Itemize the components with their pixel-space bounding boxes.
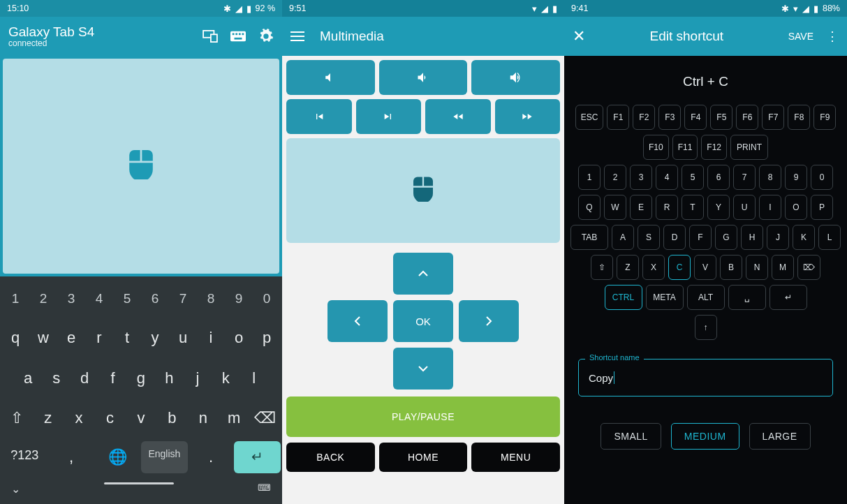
kb-o[interactable]: O (785, 195, 807, 220)
osk-key-y[interactable]: y (141, 320, 169, 355)
osk-key-f[interactable]: f (98, 361, 126, 396)
kb-⌦[interactable]: ⌦ (797, 255, 820, 280)
osk-key-a[interactable]: a (14, 361, 42, 396)
dpad-ok-button[interactable]: OK (393, 300, 453, 342)
kb-print[interactable]: PRINT (730, 135, 768, 160)
osk-symbols-key[interactable]: ?123 (1, 441, 48, 473)
touchpad[interactable] (3, 59, 279, 274)
osk-key-k[interactable]: k (212, 361, 240, 396)
osk-key-0[interactable]: 0 (253, 283, 281, 315)
osk-key-e[interactable]: e (57, 320, 85, 355)
osk-key-9[interactable]: 9 (225, 283, 253, 315)
kb-m[interactable]: M (772, 255, 794, 280)
kb-f4[interactable]: F4 (684, 105, 707, 130)
kb-ctrl[interactable]: CTRL (605, 285, 642, 310)
menu-button[interactable]: MENU (471, 443, 560, 472)
kb-t[interactable]: T (682, 195, 704, 220)
volume-up-button[interactable] (471, 60, 560, 95)
osk-key-3[interactable]: 3 (57, 283, 85, 315)
kb-f[interactable]: F (689, 225, 712, 250)
kb-f3[interactable]: F3 (658, 105, 681, 130)
volume-mute-button[interactable] (286, 60, 375, 95)
volume-down-button[interactable] (379, 60, 468, 95)
kb-f10[interactable]: F10 (643, 135, 669, 160)
kb-f5[interactable]: F5 (710, 105, 732, 130)
kb-l[interactable]: L (818, 225, 841, 250)
kb-tab[interactable]: TAB (570, 225, 608, 250)
play-pause-button[interactable]: PLAY/PAUSE (286, 396, 560, 437)
shortcut-name-input[interactable]: Copy (578, 359, 833, 396)
kb-6[interactable]: 6 (707, 165, 730, 190)
kb-w[interactable]: W (604, 195, 626, 220)
osk-key-7[interactable]: 7 (169, 283, 197, 315)
kb-x[interactable]: X (642, 255, 665, 280)
kb-2[interactable]: 2 (604, 165, 626, 190)
dpad-left-button[interactable] (327, 300, 388, 342)
kb-k[interactable]: K (793, 225, 815, 250)
fast-forward-button[interactable] (495, 99, 561, 134)
kb-1[interactable]: 1 (578, 165, 601, 190)
kb-u[interactable]: U (733, 195, 756, 220)
kb-↵[interactable]: ↵ (769, 285, 807, 310)
kb-p[interactable]: P (811, 195, 833, 220)
kb-⇧[interactable]: ⇧ (591, 255, 613, 280)
kb-e[interactable]: E (630, 195, 652, 220)
osk-key-j[interactable]: j (184, 361, 212, 396)
osk-key-w[interactable]: w (29, 320, 57, 355)
touchpad[interactable] (286, 138, 560, 243)
kb-4[interactable]: 4 (656, 165, 678, 190)
osk-key-n[interactable]: n (188, 401, 219, 436)
size-small-button[interactable]: SMALL (601, 423, 661, 450)
kb-a[interactable]: A (612, 225, 634, 250)
kb-d[interactable]: D (663, 225, 686, 250)
kb-b[interactable]: B (720, 255, 742, 280)
nav-handle[interactable] (104, 482, 174, 484)
osk-key-m[interactable]: m (219, 401, 249, 436)
kb-i[interactable]: I (759, 195, 781, 220)
kb-c[interactable]: C (668, 255, 691, 280)
kb-0[interactable]: 0 (811, 165, 833, 190)
dpad-up-button[interactable] (393, 253, 453, 295)
keyboard-options-icon[interactable]: ⌨ (258, 482, 271, 496)
kb-s[interactable]: S (638, 225, 660, 250)
osk-key-4[interactable]: 4 (85, 283, 113, 315)
osk-enter-key[interactable]: ↵ (234, 441, 281, 473)
osk-key-g[interactable]: g (127, 361, 155, 396)
kb-meta[interactable]: META (646, 285, 684, 310)
kb-f6[interactable]: F6 (736, 105, 758, 130)
kb-f12[interactable]: F12 (701, 135, 727, 160)
osk-period-key[interactable]: . (188, 441, 235, 473)
size-medium-button[interactable]: MEDIUM (671, 423, 739, 450)
osk-key-2[interactable]: 2 (29, 283, 57, 315)
kb-f1[interactable]: F1 (607, 105, 629, 130)
overflow-icon[interactable]: ⋮ (826, 29, 839, 44)
next-track-button[interactable] (356, 99, 422, 134)
osk-key-c[interactable]: c (94, 401, 125, 436)
gear-icon[interactable] (258, 29, 274, 44)
kb-arrow-up[interactable]: ↑ (695, 315, 717, 340)
kb-n[interactable]: N (746, 255, 768, 280)
osk-key-⌫[interactable]: ⌫ (250, 401, 281, 436)
osk-key-l[interactable]: l (240, 361, 268, 396)
home-button[interactable]: HOME (379, 443, 468, 472)
kb-y[interactable]: Y (707, 195, 730, 220)
kb-5[interactable]: 5 (682, 165, 704, 190)
osk-key-8[interactable]: 8 (197, 283, 225, 315)
osk-key-o[interactable]: o (225, 320, 253, 355)
osk-key-v[interactable]: v (126, 401, 156, 436)
collapse-kbd-icon[interactable]: ⌄ (11, 482, 20, 496)
kb-␣[interactable]: ␣ (728, 285, 766, 310)
osk-key-b[interactable]: b (156, 401, 187, 436)
kb-f7[interactable]: F7 (762, 105, 784, 130)
osk-globe-key[interactable]: 🌐 (94, 441, 141, 473)
osk-key-r[interactable]: r (85, 320, 113, 355)
back-button[interactable]: BACK (286, 443, 375, 472)
displays-icon[interactable] (202, 29, 218, 44)
prev-track-button[interactable] (286, 99, 352, 134)
kb-7[interactable]: 7 (733, 165, 756, 190)
keyboard-icon[interactable] (230, 29, 246, 44)
save-button[interactable]: SAVE (788, 31, 813, 42)
kb-f2[interactable]: F2 (633, 105, 655, 130)
kb-g[interactable]: G (715, 225, 737, 250)
osk-key-q[interactable]: q (1, 320, 29, 355)
